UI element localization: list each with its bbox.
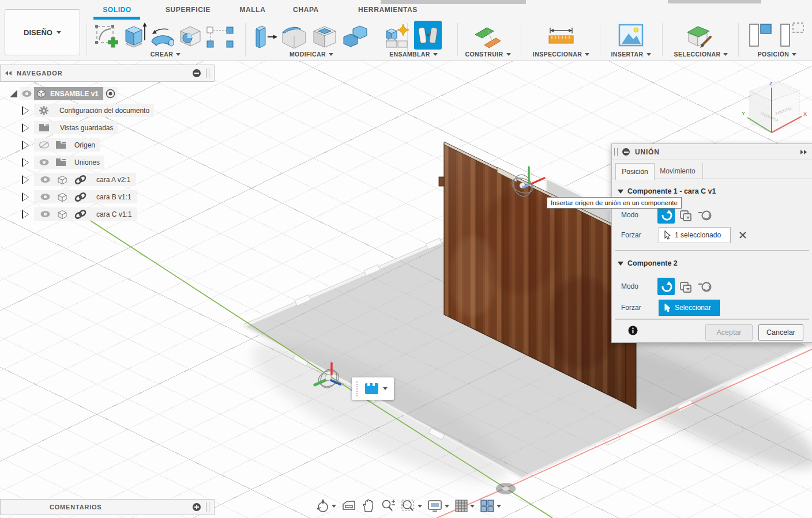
press-pull-icon[interactable] — [251, 23, 278, 51]
group-seleccionar[interactable]: SELECCIONAR — [668, 51, 734, 58]
display-settings-tool[interactable] — [427, 499, 449, 513]
revert-position-icon[interactable] — [779, 21, 807, 50]
chevron-down-icon[interactable] — [470, 505, 475, 508]
grid-settings-tool[interactable] — [454, 499, 475, 513]
selection-button-1[interactable]: 1 seleccionado — [659, 227, 731, 243]
tab-malla[interactable]: MALLA — [238, 6, 267, 14]
accept-button[interactable]: Aceptar — [705, 324, 753, 341]
tree-row-cara-b[interactable]: cara B v1:1 — [23, 190, 137, 203]
origin-marker[interactable] — [496, 483, 516, 494]
hole-icon[interactable] — [178, 24, 203, 48]
add-comment-icon[interactable] — [193, 503, 201, 511]
panel-minimize-icon[interactable] — [193, 69, 201, 77]
tab-movimiento[interactable]: Movimiento — [654, 163, 701, 179]
design-workspace-button[interactable]: DISEÑO — [5, 9, 80, 55]
pan-tool[interactable] — [362, 499, 375, 513]
mode-simple-button-1[interactable] — [657, 206, 675, 224]
eye-icon[interactable] — [21, 90, 32, 97]
tab-solido[interactable]: SOLIDO — [94, 6, 140, 14]
joint-snap-dropdown[interactable] — [383, 387, 388, 390]
component1-section-header[interactable]: Componente 1 - cara C v1 — [618, 187, 716, 195]
select-tool-icon[interactable] — [685, 21, 716, 50]
group-posicion[interactable]: POSICIÓN — [750, 51, 805, 58]
group-modificar[interactable]: MODIFICAR — [283, 51, 340, 58]
mode-planar-button-1[interactable] — [678, 208, 694, 222]
chevron-down-icon[interactable] — [497, 505, 501, 508]
tab-chapa[interactable]: CHAPA — [290, 6, 322, 14]
viewports-tool[interactable] — [480, 499, 501, 513]
dialog-drag-grip[interactable] — [614, 148, 618, 156]
joint-snap-icon[interactable] — [365, 383, 378, 394]
look-at-tool[interactable] — [341, 500, 356, 512]
section-collapse-icon[interactable] — [618, 262, 623, 266]
tree-row-doc-settings[interactable]: Configuración del documento — [23, 104, 154, 117]
eye-icon[interactable] — [39, 158, 50, 167]
cancel-button[interactable]: Cancelar — [758, 324, 803, 341]
tree-row-ensamble[interactable]: ENSAMBLE v1 — [10, 87, 118, 100]
zoom-tool[interactable] — [381, 499, 396, 513]
mode-tangent-button-1[interactable] — [697, 208, 713, 222]
create-sketch-icon[interactable] — [93, 23, 120, 50]
joint-tool-active[interactable] — [414, 21, 442, 50]
eye-slash-icon[interactable] — [39, 141, 50, 149]
tree-row-cara-a[interactable]: cara A v2:1 — [23, 173, 136, 186]
group-crear[interactable]: CREAR — [137, 51, 194, 58]
info-icon[interactable] — [628, 326, 638, 335]
clear-selection-icon[interactable] — [738, 230, 747, 240]
combine-icon[interactable] — [341, 24, 370, 50]
construction-plane-icon[interactable] — [473, 22, 503, 50]
navigator-header[interactable]: NAVEGADOR — [0, 65, 215, 82]
selected-row-highlight[interactable]: ENSAMBLE v1 — [34, 87, 103, 100]
capture-position-icon[interactable] — [747, 21, 774, 50]
tab-herramientas[interactable]: HERRAMIENTAS — [358, 6, 418, 14]
joint-mini-toolbar[interactable] — [352, 377, 394, 400]
extrude-icon[interactable] — [122, 21, 148, 51]
measure-icon[interactable] — [547, 23, 577, 48]
dialog-expand-icon[interactable] — [800, 150, 807, 154]
group-construir[interactable]: CONSTRUIR — [459, 51, 517, 58]
mode-tangent-button-2[interactable] — [697, 279, 713, 294]
comments-panel[interactable]: COMENTARIOS — [0, 499, 215, 515]
group-ensamblar[interactable]: ENSAMBLAR — [382, 51, 445, 58]
chevron-down-icon[interactable] — [332, 505, 336, 508]
chevron-down-icon[interactable] — [445, 505, 449, 508]
drag-handle-dots[interactable] — [356, 381, 359, 396]
mode-planar-button-2[interactable] — [678, 279, 694, 294]
collapse-panel-icon[interactable] — [5, 71, 12, 75]
revolve-icon[interactable] — [149, 24, 176, 48]
new-component-icon[interactable] — [384, 22, 411, 50]
expand-triangle-icon[interactable] — [23, 142, 28, 149]
expand-triangle-icon[interactable] — [23, 124, 28, 131]
tree-row-origen[interactable]: Origen — [23, 138, 100, 152]
component2-section-header[interactable]: Componente 2 — [618, 259, 678, 267]
tree-row-cara-c[interactable]: cara C v1:1 — [23, 207, 137, 221]
expand-triangle-icon[interactable] — [23, 176, 28, 183]
expand-triangle-icon[interactable] — [23, 107, 28, 114]
expanded-triangle-icon[interactable] — [10, 90, 17, 97]
shell-icon[interactable] — [311, 24, 338, 50]
orbit-tool[interactable] — [316, 498, 336, 513]
rectangular-pattern-icon[interactable] — [205, 25, 235, 48]
expand-triangle-icon[interactable] — [23, 159, 28, 166]
dialog-header[interactable]: UNIÓN — [612, 144, 812, 160]
eye-icon[interactable] — [40, 210, 51, 218]
eye-icon[interactable] — [40, 175, 51, 184]
activate-component-icon[interactable] — [106, 89, 115, 99]
section-collapse-icon[interactable] — [618, 190, 623, 194]
viewcube[interactable]: IZQUIERDA FRONTAL Z X Y — [740, 77, 810, 142]
dialog-minimize-icon[interactable] — [622, 148, 630, 156]
group-insertar[interactable]: INSERTAR — [602, 51, 660, 58]
panel-resize-grip[interactable] — [206, 69, 209, 78]
expand-triangle-icon[interactable] — [23, 211, 28, 218]
zoom-window-tool[interactable] — [401, 499, 422, 513]
eye-icon[interactable] — [40, 192, 51, 201]
expand-triangle-icon[interactable] — [23, 194, 28, 201]
insert-image-icon[interactable] — [617, 22, 645, 48]
select-button-2[interactable]: Seleccionar — [659, 300, 720, 316]
tree-row-saved-views[interactable]: Vistas guardadas — [23, 121, 118, 134]
group-inspeccionar[interactable]: INSPECCIONAR — [527, 51, 596, 58]
fillet-icon[interactable] — [280, 24, 308, 50]
tab-superficie[interactable]: SUPERFICIE — [165, 6, 211, 14]
tree-row-uniones[interactable]: Uniones — [23, 156, 104, 169]
panel-resize-grip[interactable] — [206, 502, 209, 512]
